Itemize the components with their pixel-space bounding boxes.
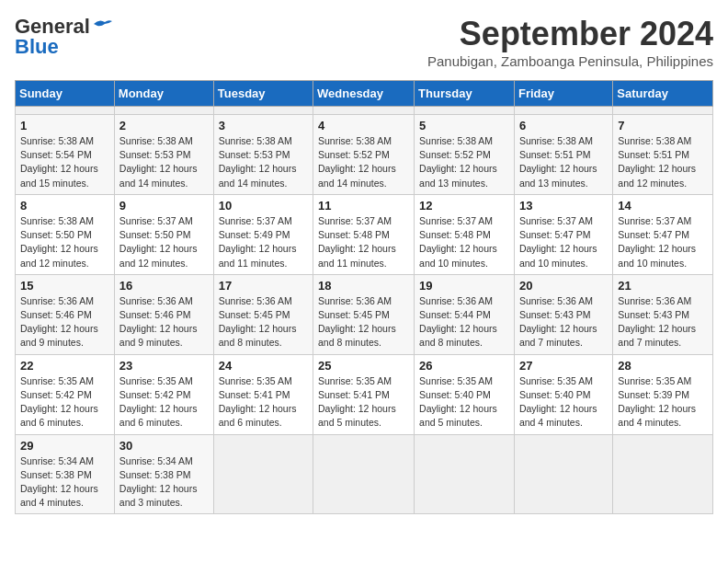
day-info: Sunrise: 5:36 AMSunset: 5:44 PMDaylight:… (419, 295, 497, 349)
calendar-header-wednesday: Wednesday (313, 81, 415, 107)
calendar-cell (415, 107, 515, 115)
day-info: Sunrise: 5:38 AMSunset: 5:53 PMDaylight:… (219, 135, 297, 189)
calendar-cell (213, 434, 313, 514)
day-number: 16 (119, 279, 209, 293)
day-number: 21 (618, 279, 708, 293)
day-number: 28 (618, 359, 708, 373)
day-number: 25 (318, 359, 409, 373)
day-info: Sunrise: 5:37 AMSunset: 5:49 PMDaylight:… (219, 215, 297, 269)
day-info: Sunrise: 5:38 AMSunset: 5:52 PMDaylight:… (419, 135, 497, 189)
day-number: 23 (119, 359, 209, 373)
day-number: 24 (219, 359, 308, 373)
logo-bird-icon (92, 17, 112, 31)
calendar-cell: 8 Sunrise: 5:38 AMSunset: 5:50 PMDayligh… (16, 194, 115, 274)
day-number: 2 (119, 119, 209, 132)
calendar-week-row: 8 Sunrise: 5:38 AMSunset: 5:50 PMDayligh… (16, 194, 713, 274)
calendar-week-row (16, 107, 713, 115)
calendar-cell: 6 Sunrise: 5:38 AMSunset: 5:51 PMDayligh… (514, 115, 612, 195)
day-info: Sunrise: 5:36 AMSunset: 5:45 PMDaylight:… (219, 295, 297, 349)
location-subtitle: Panubigan, Zamboanga Peninsula, Philippi… (427, 53, 713, 69)
calendar-cell: 17 Sunrise: 5:36 AMSunset: 5:45 PMDaylig… (213, 274, 313, 354)
day-number: 7 (618, 119, 708, 132)
calendar-cell: 10 Sunrise: 5:37 AMSunset: 5:49 PMDaylig… (213, 194, 313, 274)
calendar-cell (313, 434, 415, 514)
day-info: Sunrise: 5:37 AMSunset: 5:48 PMDaylight:… (318, 215, 396, 269)
calendar-cell: 24 Sunrise: 5:35 AMSunset: 5:41 PMDaylig… (213, 354, 313, 434)
calendar-cell: 27 Sunrise: 5:35 AMSunset: 5:40 PMDaylig… (514, 354, 612, 434)
day-number: 10 (219, 199, 308, 213)
calendar-cell: 28 Sunrise: 5:35 AMSunset: 5:39 PMDaylig… (613, 354, 713, 434)
calendar-cell: 18 Sunrise: 5:36 AMSunset: 5:45 PMDaylig… (313, 274, 415, 354)
calendar-cell: 26 Sunrise: 5:35 AMSunset: 5:40 PMDaylig… (415, 354, 515, 434)
logo: General Blue (15, 15, 112, 59)
calendar-header-saturday: Saturday (613, 81, 713, 107)
day-number: 8 (20, 199, 109, 213)
calendar-cell (514, 434, 612, 514)
day-info: Sunrise: 5:35 AMSunset: 5:41 PMDaylight:… (318, 375, 396, 429)
calendar-cell: 9 Sunrise: 5:37 AMSunset: 5:50 PMDayligh… (114, 194, 213, 274)
day-number: 12 (419, 199, 509, 213)
month-title: September 2024 (427, 15, 713, 53)
day-number: 22 (20, 359, 109, 373)
day-info: Sunrise: 5:36 AMSunset: 5:45 PMDaylight:… (318, 295, 396, 349)
calendar-cell: 12 Sunrise: 5:37 AMSunset: 5:48 PMDaylig… (415, 194, 515, 274)
calendar-week-row: 1 Sunrise: 5:38 AMSunset: 5:54 PMDayligh… (16, 115, 713, 195)
calendar-cell (16, 107, 115, 115)
day-info: Sunrise: 5:35 AMSunset: 5:42 PMDaylight:… (119, 375, 198, 429)
calendar-header-thursday: Thursday (415, 81, 515, 107)
day-info: Sunrise: 5:36 AMSunset: 5:46 PMDaylight:… (20, 295, 98, 349)
calendar-cell: 25 Sunrise: 5:35 AMSunset: 5:41 PMDaylig… (313, 354, 415, 434)
calendar-cell: 4 Sunrise: 5:38 AMSunset: 5:52 PMDayligh… (313, 115, 415, 195)
calendar-week-row: 29 Sunrise: 5:34 AMSunset: 5:38 PMDaylig… (16, 434, 713, 514)
calendar-cell: 23 Sunrise: 5:35 AMSunset: 5:42 PMDaylig… (114, 354, 213, 434)
calendar-cell (613, 434, 713, 514)
calendar-cell: 14 Sunrise: 5:37 AMSunset: 5:47 PMDaylig… (613, 194, 713, 274)
day-number: 11 (318, 199, 409, 213)
calendar-cell: 11 Sunrise: 5:37 AMSunset: 5:48 PMDaylig… (313, 194, 415, 274)
day-number: 19 (419, 279, 509, 293)
day-info: Sunrise: 5:38 AMSunset: 5:52 PMDaylight:… (318, 135, 396, 189)
calendar-cell: 20 Sunrise: 5:36 AMSunset: 5:43 PMDaylig… (514, 274, 612, 354)
calendar-cell (313, 107, 415, 115)
day-info: Sunrise: 5:35 AMSunset: 5:39 PMDaylight:… (618, 375, 696, 429)
day-number: 9 (119, 199, 209, 213)
day-info: Sunrise: 5:34 AMSunset: 5:38 PMDaylight:… (119, 455, 198, 509)
calendar-cell: 1 Sunrise: 5:38 AMSunset: 5:54 PMDayligh… (16, 115, 115, 195)
title-block: September 2024 Panubigan, Zamboanga Peni… (427, 15, 713, 76)
day-info: Sunrise: 5:37 AMSunset: 5:47 PMDaylight:… (519, 215, 597, 269)
day-info: Sunrise: 5:34 AMSunset: 5:38 PMDaylight:… (20, 455, 98, 509)
calendar-header-monday: Monday (114, 81, 213, 107)
day-info: Sunrise: 5:38 AMSunset: 5:51 PMDaylight:… (618, 135, 696, 189)
day-info: Sunrise: 5:38 AMSunset: 5:53 PMDaylight:… (119, 135, 198, 189)
day-number: 30 (119, 439, 209, 453)
day-info: Sunrise: 5:35 AMSunset: 5:40 PMDaylight:… (419, 375, 497, 429)
day-number: 26 (419, 359, 509, 373)
calendar-week-row: 22 Sunrise: 5:35 AMSunset: 5:42 PMDaylig… (16, 354, 713, 434)
day-number: 27 (519, 359, 608, 373)
day-number: 18 (318, 279, 409, 293)
day-number: 15 (20, 279, 109, 293)
day-info: Sunrise: 5:36 AMSunset: 5:43 PMDaylight:… (519, 295, 597, 349)
day-number: 14 (618, 199, 708, 213)
day-info: Sunrise: 5:35 AMSunset: 5:42 PMDaylight:… (20, 375, 98, 429)
calendar-cell: 16 Sunrise: 5:36 AMSunset: 5:46 PMDaylig… (114, 274, 213, 354)
calendar-cell: 19 Sunrise: 5:36 AMSunset: 5:44 PMDaylig… (415, 274, 515, 354)
calendar-cell: 29 Sunrise: 5:34 AMSunset: 5:38 PMDaylig… (16, 434, 115, 514)
calendar-table: SundayMondayTuesdayWednesdayThursdayFrid… (15, 80, 713, 514)
day-number: 1 (20, 119, 109, 132)
day-info: Sunrise: 5:38 AMSunset: 5:50 PMDaylight:… (20, 215, 98, 269)
calendar-cell (613, 107, 713, 115)
logo-blue: Blue (15, 35, 59, 59)
day-info: Sunrise: 5:37 AMSunset: 5:48 PMDaylight:… (419, 215, 497, 269)
calendar-cell: 30 Sunrise: 5:34 AMSunset: 5:38 PMDaylig… (114, 434, 213, 514)
day-number: 17 (219, 279, 308, 293)
day-info: Sunrise: 5:38 AMSunset: 5:54 PMDaylight:… (20, 135, 98, 189)
calendar-header-row: SundayMondayTuesdayWednesdayThursdayFrid… (16, 81, 713, 107)
day-info: Sunrise: 5:37 AMSunset: 5:47 PMDaylight:… (618, 215, 696, 269)
calendar-cell: 3 Sunrise: 5:38 AMSunset: 5:53 PMDayligh… (213, 115, 313, 195)
day-number: 29 (20, 439, 109, 453)
day-info: Sunrise: 5:36 AMSunset: 5:43 PMDaylight:… (618, 295, 696, 349)
calendar-week-row: 15 Sunrise: 5:36 AMSunset: 5:46 PMDaylig… (16, 274, 713, 354)
page-header: General Blue September 2024 Panubigan, Z… (15, 15, 713, 76)
day-number: 3 (219, 119, 308, 132)
